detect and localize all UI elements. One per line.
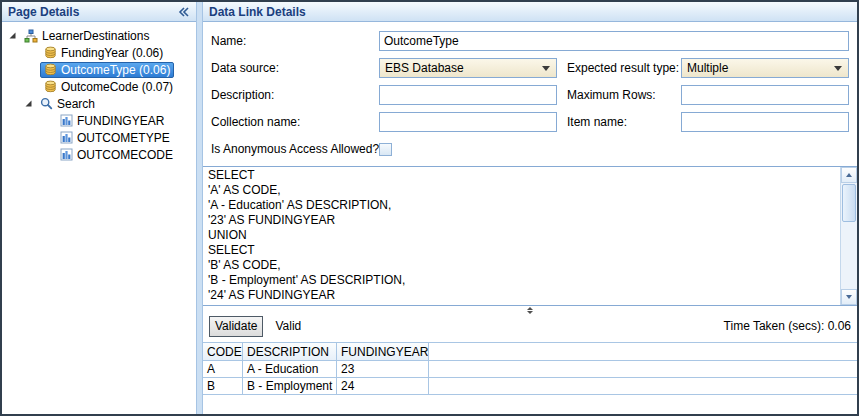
panel-splitter[interactable] (196, 2, 203, 414)
data-link-details-title: Data Link Details (209, 5, 306, 19)
page-details-panel: Page Details (2, 2, 196, 414)
sql-results-splitter[interactable] (203, 306, 857, 315)
column-chart-icon (60, 131, 73, 144)
anonymous-access-label: Is Anonymous Access Allowed?: (211, 142, 379, 156)
tree-node-outcometype[interactable]: OutcomeType (0.06) (2, 61, 196, 78)
name-input[interactable] (379, 31, 849, 51)
anonymous-access-row: Is Anonymous Access Allowed?: (211, 139, 849, 159)
page-details-header: Page Details (2, 2, 196, 22)
tree-node-search[interactable]: Search (2, 95, 196, 112)
data-source-row: Data source: EBS Database Expected resul… (211, 58, 849, 78)
tree-node-label: OutcomeType (0.06) (61, 63, 170, 77)
database-icon (44, 46, 57, 59)
tree-node-column-outcometype[interactable]: OUTCOMETYPE (2, 129, 196, 146)
column-chart-icon (60, 114, 73, 127)
tree-node-column-fundingyear[interactable]: FUNDINGYEAR (2, 112, 196, 129)
anonymous-access-checkbox[interactable] (379, 143, 392, 156)
sql-editor[interactable]: SELECT 'A' AS CODE, 'A - Education' AS D… (203, 167, 840, 305)
scroll-up-button[interactable] (841, 167, 857, 183)
arrow-down-icon (846, 295, 852, 299)
tree-node-label: OutcomeCode (0.07) (61, 80, 173, 94)
selected-tree-node[interactable]: OutcomeType (0.06) (40, 62, 174, 78)
description-input[interactable] (379, 85, 557, 105)
chevron-down-icon (542, 66, 550, 71)
splitter-handle-icon (527, 307, 533, 314)
expected-result-type-label: Expected result type: (567, 61, 681, 75)
column-header-description[interactable]: DESCRIPTION (243, 343, 337, 360)
description-label: Description: (211, 88, 379, 102)
data-source-value: EBS Database (385, 61, 539, 75)
description-row: Description: Maximum Rows: (211, 85, 849, 105)
database-icon (44, 63, 57, 76)
tree-node-outcomecode[interactable]: OutcomeCode (0.07) (2, 78, 196, 95)
item-name-label: Item name: (567, 115, 681, 129)
data-link-form: Name: Data source: EBS Database Expected… (203, 22, 857, 166)
cell-filler (429, 361, 857, 377)
expander-icon[interactable] (8, 31, 17, 40)
data-link-details-header: Data Link Details (203, 2, 857, 22)
tree-node-label: Search (57, 97, 95, 111)
validate-button[interactable]: Validate (209, 316, 263, 337)
collapse-panel-icon[interactable] (178, 7, 190, 17)
collection-name-label: Collection name: (211, 115, 379, 129)
results-grid: CODE DESCRIPTION FUNDINGYEAR A A - Educa… (203, 342, 857, 395)
collection-name-row: Collection name: Item name: (211, 112, 849, 132)
bottom-filler (203, 395, 857, 414)
validate-bar: Validate Valid Time Taken (secs): 0.06 (203, 315, 857, 337)
expander-icon[interactable] (24, 99, 33, 108)
data-link-details-panel: Data Link Details Name: Data source: EBS… (203, 2, 857, 414)
column-chart-icon (60, 148, 73, 161)
item-name-input[interactable] (681, 112, 849, 132)
cell-description: A - Education (243, 361, 337, 377)
results-grid-header: CODE DESCRIPTION FUNDINGYEAR (203, 343, 857, 361)
tree-node-column-outcomecode[interactable]: OUTCOMECODE (2, 146, 196, 163)
expected-result-type-value: Multiple (687, 61, 831, 75)
column-header-fundingyear[interactable]: FUNDINGYEAR (337, 343, 429, 360)
tree-node-root[interactable]: LearnerDestinations (2, 27, 196, 44)
table-row[interactable]: A A - Education 23 (203, 361, 857, 378)
table-row[interactable]: B B - Employment 24 (203, 378, 857, 395)
tree-node-label: FUNDINGYEAR (77, 114, 164, 128)
tree-node-label: OUTCOMECODE (77, 148, 173, 162)
column-header-code[interactable]: CODE (203, 343, 243, 360)
tree-node-fundingyear[interactable]: FundingYear (0.06) (2, 44, 196, 61)
collection-name-input[interactable] (379, 112, 557, 132)
cell-fundingyear: 24 (337, 378, 429, 394)
cell-description: B - Employment (243, 378, 337, 394)
chevron-down-icon (834, 66, 842, 71)
database-icon (44, 80, 57, 93)
sitemap-icon (24, 29, 38, 43)
cell-fundingyear: 23 (337, 361, 429, 377)
column-header-filler (429, 343, 857, 360)
arrow-up-icon (846, 173, 852, 177)
cell-filler (429, 378, 857, 394)
tree-node-label: FundingYear (0.06) (61, 46, 163, 60)
scrollbar-thumb[interactable] (842, 184, 856, 222)
sql-scrollbar[interactable] (840, 167, 857, 305)
cell-code: B (203, 378, 243, 394)
scroll-down-button[interactable] (841, 289, 857, 305)
tree-node-label: LearnerDestinations (42, 29, 149, 43)
page-tree: LearnerDestinations FundingYear (0.06) (2, 22, 196, 414)
data-source-label: Data source: (211, 61, 379, 75)
name-label: Name: (211, 34, 379, 48)
data-source-select[interactable]: EBS Database (379, 58, 557, 78)
maximum-rows-input[interactable] (681, 85, 849, 105)
time-taken: Time Taken (secs): 0.06 (724, 319, 851, 333)
tree-node-label: OUTCOMETYPE (77, 131, 170, 145)
app-window: Page Details (0, 0, 859, 416)
cell-code: A (203, 361, 243, 377)
maximum-rows-label: Maximum Rows: (567, 88, 681, 102)
validation-status: Valid (275, 319, 301, 333)
magnifier-icon (40, 97, 53, 110)
expected-result-type-select[interactable]: Multiple (681, 58, 849, 78)
page-details-title: Page Details (8, 5, 79, 19)
scrollbar-track[interactable] (841, 223, 857, 289)
sql-editor-container: SELECT 'A' AS CODE, 'A - Education' AS D… (203, 166, 857, 306)
name-row: Name: (211, 31, 849, 51)
